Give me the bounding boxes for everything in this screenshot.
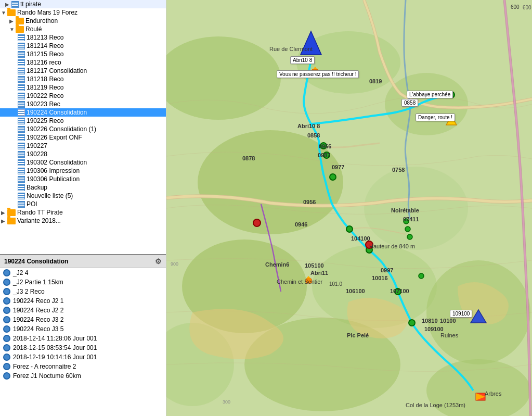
tree-label: 190302 Consolidation bbox=[27, 159, 87, 166]
tree-item-variante[interactable]: ▶ Variante 2018... bbox=[0, 217, 166, 225]
svg-point-19 bbox=[409, 320, 415, 326]
tree-item-190224[interactable]: 190224 Consolidation bbox=[0, 108, 166, 117]
tree-item-roule[interactable]: ▼ Roulé bbox=[0, 25, 166, 33]
roule-items: 181213 Reco 181214 Reco 181215 Reco 1812… bbox=[0, 33, 166, 208]
list-item-forez-reconnaitre[interactable]: Forez - A reconnaitre 2 bbox=[0, 362, 166, 371]
track-icon bbox=[3, 344, 10, 351]
tree-label: POI bbox=[27, 200, 37, 208]
tree-item-rando-mars[interactable]: ▼ Rando Mars 19 Forez bbox=[0, 8, 166, 17]
folder-icon bbox=[7, 218, 16, 224]
list-item-label: 2018-12-15 08:53:54 Jour 001 bbox=[13, 344, 97, 351]
tree-item-190226-1[interactable]: 190226 Consolidation (1) bbox=[0, 125, 166, 133]
tree-label: 190227 bbox=[27, 142, 47, 149]
tree-item-190225[interactable]: 190225 Reco bbox=[0, 117, 166, 125]
track-icon bbox=[3, 372, 10, 380]
list-item-reco-j3-5[interactable]: 190224 Reco J3 5 bbox=[0, 324, 166, 334]
list-header: 190224 Consolidation ⚙ bbox=[0, 255, 166, 268]
list-icon bbox=[18, 68, 25, 74]
list-item-reco-j2-1[interactable]: 190224 Reco J2 1 bbox=[0, 296, 166, 306]
tree-item-190302[interactable]: 190302 Consolidation bbox=[0, 158, 166, 167]
tree-item-181216[interactable]: 181216 reco bbox=[0, 58, 166, 67]
svg-point-12 bbox=[448, 92, 455, 98]
tree-item-181219[interactable]: 181219 Reco bbox=[0, 83, 166, 92]
list-icon bbox=[18, 51, 25, 58]
expand-icon[interactable]: ▼ bbox=[9, 27, 16, 32]
list-icon bbox=[18, 101, 25, 108]
list-item-jour-001-1[interactable]: 2018-12-14 11:28:06 Jour 001 bbox=[0, 334, 166, 343]
map-section[interactable]: 600 900 300 Abri10 8 Vous ne passerez pa… bbox=[166, 0, 532, 416]
folder-icon bbox=[16, 26, 24, 33]
tree-item-endurothon[interactable]: ▶ Endurothon bbox=[0, 17, 166, 25]
list-item-label: _J2 Partie 1 15km bbox=[13, 279, 63, 286]
tree-label: 181214 Reco bbox=[27, 42, 63, 49]
tree-label: 190224 Consolidation bbox=[27, 109, 87, 116]
list-item-reco-j3-2[interactable]: 190224 Reco J3 2 bbox=[0, 315, 166, 324]
tree-label: 190225 Reco bbox=[27, 117, 63, 124]
list-item-forez-j1[interactable]: Forez J1 Noctume 60km bbox=[0, 371, 166, 381]
list-title: 190224 Consolidation bbox=[4, 258, 68, 265]
expand-icon[interactable]: ▶ bbox=[5, 2, 11, 7]
tree-label: Endurothon bbox=[25, 17, 58, 24]
tree-label: Roulé bbox=[25, 26, 42, 33]
track-icon bbox=[3, 307, 10, 314]
tree-label: 190306 Publication bbox=[27, 175, 80, 183]
tree-item-nouvelle-liste[interactable]: Nouvelle liste (5) bbox=[0, 192, 166, 200]
expand-icon[interactable]: ▼ bbox=[1, 10, 7, 16]
list-item-reco-j2-2[interactable]: 190224 Reco J2 2 bbox=[0, 306, 166, 315]
svg-rect-30 bbox=[306, 279, 312, 283]
tree-item-181213[interactable]: 181213 Reco bbox=[0, 33, 166, 42]
tree-item-190226-exp[interactable]: 190226 Export ONF bbox=[0, 133, 166, 142]
tree-item-rando-tt-pirate[interactable]: ▶ Rando TT Pirate bbox=[0, 208, 166, 217]
list-item-label: Forez J1 Noctume 60km bbox=[13, 372, 81, 380]
tree-label: 190226 Export ONF bbox=[27, 134, 82, 141]
tree-item-190228[interactable]: 190228 bbox=[0, 150, 166, 158]
list-icon bbox=[18, 134, 25, 141]
list-item-label: 190224 Reco J2 1 bbox=[13, 297, 63, 305]
tree-item-tt-pirate[interactable]: ▶ tt pirate bbox=[0, 0, 166, 8]
list-item-label: 2018-12-14 11:28:06 Jour 001 bbox=[13, 335, 97, 342]
list-item-jour-001-2[interactable]: 2018-12-15 08:53:54 Jour 001 bbox=[0, 343, 166, 352]
list-icon bbox=[18, 151, 25, 158]
folder-icon bbox=[7, 209, 16, 216]
svg-point-21 bbox=[366, 241, 373, 248]
list-icon bbox=[18, 193, 25, 199]
tree-item-190223[interactable]: 190223 Rec bbox=[0, 100, 166, 108]
tree-label: 181213 Reco bbox=[27, 34, 63, 41]
tree-label: 181219 Reco bbox=[27, 84, 63, 91]
list-item-j2-4[interactable]: _J2 4 bbox=[0, 268, 166, 278]
tree-item-poi[interactable]: POI bbox=[0, 200, 166, 208]
list-panel: 190224 Consolidation ⚙ _J2 4 _J2 Partie … bbox=[0, 255, 166, 416]
svg-point-20 bbox=[253, 219, 261, 226]
tree-item-backup[interactable]: Backup bbox=[0, 183, 166, 192]
folder-icon bbox=[16, 18, 24, 24]
gear-icon[interactable]: ⚙ bbox=[155, 257, 162, 266]
list-icon bbox=[18, 126, 25, 133]
track-icon bbox=[3, 354, 10, 361]
track-icon bbox=[3, 279, 10, 286]
track-icon bbox=[3, 288, 10, 295]
list-item-j3-2-reco[interactable]: _J3 2 Reco bbox=[0, 287, 166, 296]
tree-label: 190222 Reco bbox=[27, 92, 63, 99]
tree-item-181218[interactable]: 181218 Reco bbox=[0, 75, 166, 83]
expand-icon[interactable]: ▶ bbox=[1, 218, 7, 224]
list-item-jour-001-3[interactable]: 2018-12-19 10:14:16 Jour 001 bbox=[0, 352, 166, 362]
list-item-label: 2018-12-19 10:14:16 Jour 001 bbox=[13, 354, 97, 361]
tree-item-190306-imp[interactable]: 190306 Impression bbox=[0, 167, 166, 175]
list-item-j2-15km[interactable]: _J2 Partie 1 15km bbox=[0, 278, 166, 287]
tree-item-181215[interactable]: 181215 Reco bbox=[0, 50, 166, 58]
svg-point-18 bbox=[395, 288, 401, 295]
folder-icon bbox=[7, 9, 16, 16]
svg-rect-27 bbox=[312, 69, 318, 74]
expand-icon[interactable]: ▶ bbox=[1, 210, 7, 216]
list-icon bbox=[18, 159, 25, 166]
tree-item-181214[interactable]: 181214 Reco bbox=[0, 42, 166, 50]
expand-icon[interactable]: ▶ bbox=[9, 18, 16, 24]
tree-label: 181216 reco bbox=[27, 59, 61, 66]
tree-item-190306-pub[interactable]: 190306 Publication bbox=[0, 175, 166, 183]
tree-label: 181215 Reco bbox=[27, 51, 63, 58]
tree-item-190227[interactable]: 190227 bbox=[0, 142, 166, 150]
tree-item-190222[interactable]: 190222 Reco bbox=[0, 92, 166, 100]
list-item-label: _J3 2 Reco bbox=[13, 288, 45, 295]
tree-item-181217[interactable]: 181217 Consolidation bbox=[0, 67, 166, 75]
list-icon bbox=[18, 201, 25, 208]
